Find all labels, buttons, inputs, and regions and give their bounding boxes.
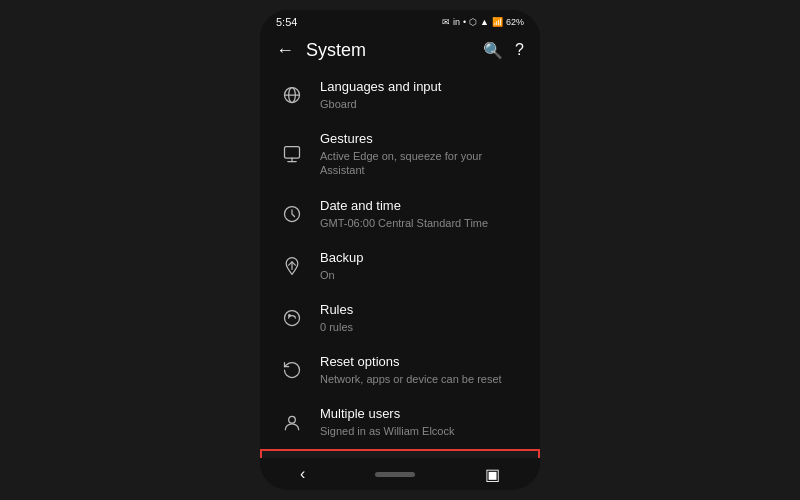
gesture-icon — [276, 144, 308, 164]
svg-point-9 — [289, 315, 291, 317]
settings-text: Multiple users Signed in as William Elco… — [320, 406, 524, 438]
settings-item-backup[interactable]: Backup On — [260, 240, 540, 292]
status-bar: 5:54 ✉ in • ⬡ ▲ 📶 62% — [260, 10, 540, 32]
wifi-icon: ▲ — [480, 17, 489, 27]
clock-icon — [276, 204, 308, 224]
settings-item-developer[interactable]: Developer options — [260, 449, 540, 458]
dot-icon: • — [463, 17, 466, 27]
settings-text: Gestures Active Edge on, squeeze for you… — [320, 131, 524, 177]
setting-title: Languages and input — [320, 79, 524, 96]
settings-item-rules[interactable]: Rules 0 rules — [260, 292, 540, 344]
search-icon[interactable]: 🔍 — [483, 41, 503, 60]
msg-icon: ✉ — [442, 17, 450, 27]
setting-title: Date and time — [320, 198, 524, 215]
settings-text: Languages and input Gboard — [320, 79, 524, 111]
status-time: 5:54 — [276, 16, 297, 28]
linkedin-icon: in — [453, 17, 460, 27]
setting-subtitle: On — [320, 268, 524, 282]
user-icon — [276, 413, 308, 433]
vpn-icon: ⬡ — [469, 17, 477, 27]
settings-item-datetime[interactable]: Date and time GMT-06:00 Central Standard… — [260, 188, 540, 240]
setting-title: Reset options — [320, 354, 524, 371]
nav-back-button[interactable]: ‹ — [300, 465, 305, 483]
setting-subtitle: 0 rules — [320, 320, 524, 334]
battery-level: 62% — [506, 17, 524, 27]
svg-point-8 — [285, 311, 300, 326]
page-header: ← System 🔍 ? — [260, 32, 540, 69]
status-right: ✉ in • ⬡ ▲ 📶 62% — [442, 17, 524, 27]
setting-subtitle: Active Edge on, squeeze for your Assista… — [320, 149, 524, 178]
phone-frame: 5:54 ✉ in • ⬡ ▲ 📶 62% ← System 🔍 ? — [260, 10, 540, 490]
settings-item-gestures[interactable]: Gestures Active Edge on, squeeze for you… — [260, 121, 540, 187]
setting-subtitle: Signed in as William Elcock — [320, 424, 524, 438]
settings-text: Reset options Network, apps or device ca… — [320, 354, 524, 386]
setting-subtitle: GMT-06:00 Central Standard Time — [320, 216, 524, 230]
setting-title: Rules — [320, 302, 524, 319]
setting-title: Gestures — [320, 131, 524, 148]
setting-subtitle: Network, apps or device can be reset — [320, 372, 524, 386]
rules-icon — [276, 308, 308, 328]
settings-text: Rules 0 rules — [320, 302, 524, 334]
status-icons: ✉ in • ⬡ ▲ 📶 62% — [442, 17, 524, 27]
settings-text: Date and time GMT-06:00 Central Standard… — [320, 198, 524, 230]
nav-bar: ‹ ▣ — [260, 458, 540, 490]
header-actions: 🔍 ? — [483, 41, 524, 60]
reset-icon — [276, 360, 308, 380]
signal-icon: 📶 — [492, 17, 503, 27]
settings-item-users[interactable]: Multiple users Signed in as William Elco… — [260, 396, 540, 448]
setting-title: Backup — [320, 250, 524, 267]
help-icon[interactable]: ? — [515, 41, 524, 60]
setting-title: Multiple users — [320, 406, 524, 423]
nav-home-indicator[interactable] — [375, 472, 415, 477]
svg-rect-3 — [285, 147, 300, 159]
globe-icon — [276, 85, 308, 105]
settings-text: Backup On — [320, 250, 524, 282]
setting-subtitle: Gboard — [320, 97, 524, 111]
back-button[interactable]: ← — [276, 40, 294, 61]
nav-recents-button[interactable]: ▣ — [485, 465, 500, 484]
backup-icon — [276, 256, 308, 276]
settings-list: Languages and input Gboard Gestures Acti… — [260, 69, 540, 458]
settings-item-languages[interactable]: Languages and input Gboard — [260, 69, 540, 121]
page-title: System — [306, 40, 471, 61]
svg-point-10 — [289, 416, 296, 423]
settings-item-reset[interactable]: Reset options Network, apps or device ca… — [260, 344, 540, 396]
